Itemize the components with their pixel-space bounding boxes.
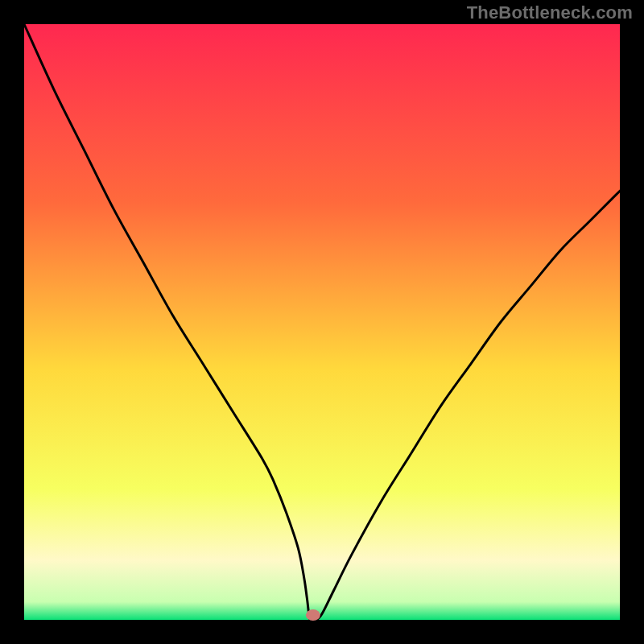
plot-background xyxy=(24,24,620,620)
bottleneck-chart xyxy=(0,0,644,644)
chart-container: TheBottleneck.com xyxy=(0,0,644,644)
optimal-point-marker xyxy=(306,609,320,621)
